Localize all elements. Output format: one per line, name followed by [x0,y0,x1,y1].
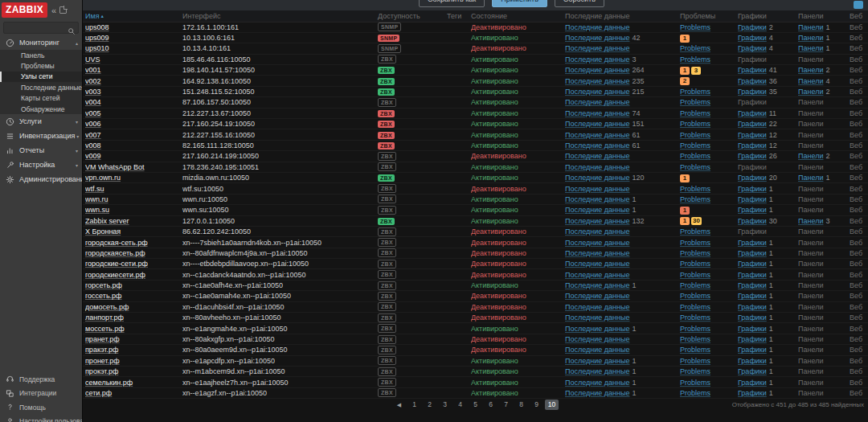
sidebar-item-latest-data[interactable]: Последние данные [0,82,82,92]
sidebar-item-services[interactable]: Услуги▾ [0,114,82,129]
page-button[interactable]: 7 [499,399,513,410]
zabbix-logo[interactable]: ZABBIX [2,2,47,18]
graphs-link[interactable]: Графики [738,195,767,203]
problem-badge[interactable]: 1 [680,35,690,43]
problems-link[interactable]: Problems [680,367,710,375]
page-button[interactable]: 5 [469,399,482,410]
problem-badge[interactable]: 1 [680,217,690,225]
graphs-link[interactable]: Графики [738,389,767,397]
sidebar-item-reports[interactable]: Отчеты▾ [0,143,82,158]
host-name-link[interactable]: городские-сети.рф [85,260,148,268]
problems-link[interactable]: Problems [680,379,710,387]
page-prev-button[interactable]: ◀ [392,399,406,410]
page-button[interactable]: 3 [438,399,452,410]
host-name-link[interactable]: госсеть.рф [85,292,122,300]
sidebar-item-user-settings[interactable]: Настройки пользователя▾ [0,415,82,422]
sidebar-item-discovery[interactable]: Обнаружение [0,104,82,114]
latest-data-link[interactable]: Последние данные [565,131,629,139]
latest-data-link[interactable]: Последние данные [565,195,629,203]
sidebar-item-hosts[interactable]: Узлы сети [0,72,82,82]
dashboards-link[interactable]: Панели [798,217,823,225]
dashboards-link[interactable]: Панели [798,23,823,31]
host-name-link[interactable]: домосеть.рф [85,303,129,311]
page-button[interactable]: 4 [453,399,467,410]
latest-data-link[interactable]: Последние данные [565,141,629,150]
problem-badge[interactable]: 1 [680,174,690,182]
sidebar-item-problems[interactable]: Проблемы [0,60,82,71]
latest-data-link[interactable]: Последние данные [565,34,629,42]
latest-data-link[interactable]: Последние данные [565,313,629,322]
host-name-link[interactable]: городскаясеть.рф [85,249,145,257]
graphs-link[interactable]: Графики [738,185,767,193]
problems-link[interactable]: Problems [680,303,710,311]
host-name-link[interactable]: wwn.ru [85,195,108,203]
latest-data-link[interactable]: Последние данные [565,174,629,182]
latest-data-link[interactable]: Последние данные [565,206,629,214]
problems-link[interactable]: Problems [680,44,710,52]
host-name-link[interactable]: v004 [85,98,101,106]
host-name-link[interactable]: пракэт.рф [85,346,118,354]
latest-data-link[interactable]: Последние данные [565,346,629,354]
host-name-link[interactable]: Х Бронная [85,227,121,236]
sidebar-item-administration[interactable]: Администрирование▾ [0,172,82,186]
problems-link[interactable]: Problems [680,98,710,106]
problems-link[interactable]: Problems [680,141,710,150]
graphs-link[interactable]: Графики [738,23,767,31]
host-name-link[interactable]: городскиесети.рф [85,271,145,279]
graphs-link[interactable]: Графики [738,141,767,150]
host-name-link[interactable]: городская-сеть.рф [85,239,148,247]
sidebar-popout-icon[interactable] [59,6,67,14]
graphs-link[interactable]: Графики [738,88,767,96]
latest-data-link[interactable]: Последние данные [565,120,629,128]
sidebar-item-integrations[interactable]: Интеграции [0,387,82,401]
latest-data-link[interactable]: Последние данные [565,88,629,96]
latest-data-link[interactable]: Последние данные [565,239,629,247]
problems-link[interactable]: Problems [680,271,710,279]
problem-badge[interactable]: 2 [680,77,690,85]
graphs-link[interactable]: Графики [738,131,767,139]
save-as-button[interactable]: Сохранить как [419,0,485,7]
latest-data-link[interactable]: Последние данные [565,389,629,397]
problems-link[interactable]: Problems [680,292,710,300]
problems-link[interactable]: Problems [680,260,710,268]
latest-data-link[interactable]: Последние данные [565,185,629,193]
latest-data-link[interactable]: Последние данные [565,227,629,236]
host-name-link[interactable]: wwn.su [85,206,109,214]
latest-data-link[interactable]: Последние данные [565,163,629,171]
host-name-link[interactable]: v005 [85,109,101,117]
host-name-link[interactable]: семелькин.рф [85,379,133,387]
host-name-link[interactable]: ланпорт.рф [85,313,124,322]
problems-link[interactable]: Problems [680,249,710,257]
host-name-link[interactable]: ups009 [85,34,109,42]
problems-link[interactable]: Problems [680,88,710,96]
host-name-link[interactable]: горсеть.рф [85,281,122,289]
sidebar-collapse-icon[interactable]: « [51,6,56,14]
graphs-link[interactable]: Графики [738,367,767,375]
graphs-link[interactable]: Графики [738,357,767,365]
dashboards-link[interactable]: Панели [798,44,823,52]
graphs-link[interactable]: Графики [738,239,767,247]
graphs-link[interactable]: Графики [738,120,767,128]
latest-data-link[interactable]: Последние данные [565,98,629,106]
dashboards-link[interactable]: Панели [798,66,823,74]
graphs-link[interactable]: Графики [738,66,767,74]
graphs-link[interactable]: Графики [738,346,767,354]
dashboards-link[interactable]: Панели [798,152,823,160]
host-name-link[interactable]: vpn.own.ru [85,174,121,182]
latest-data-link[interactable]: Последние данные [565,109,629,117]
latest-data-link[interactable]: Последние данные [565,292,629,300]
page-button[interactable]: 2 [423,399,436,410]
problems-link[interactable]: Problems [680,109,710,117]
graphs-link[interactable]: Графики [738,303,767,311]
host-name-link[interactable]: v001 [85,66,101,74]
problems-link[interactable]: Problems [680,346,710,354]
host-name-link[interactable]: wtf.su [85,185,104,193]
graphs-link[interactable]: Графики [738,206,767,214]
dashboards-link[interactable]: Панели [798,34,823,42]
graphs-link[interactable]: Графики [738,379,767,387]
graphs-link[interactable]: Графики [738,260,767,268]
column-sort-name[interactable]: Имя▲ [85,12,104,20]
problems-link[interactable]: Problems [680,239,710,247]
problems-link[interactable]: Problems [680,195,710,203]
host-name-link[interactable]: сети.рф [85,389,112,397]
